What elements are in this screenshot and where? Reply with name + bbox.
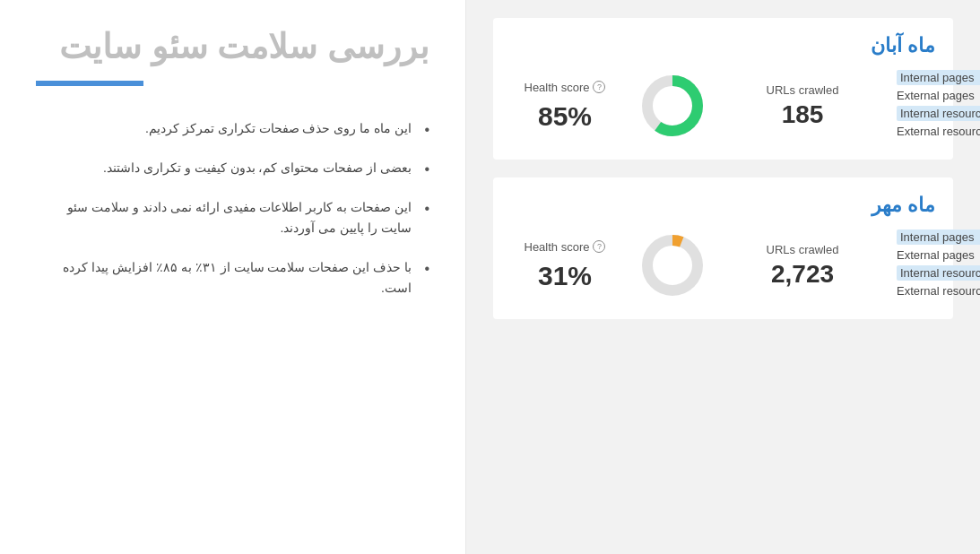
stat-row-5: Internal pages 2,241 xyxy=(897,229,980,245)
month2-card: ماه مهر Health score ? 31% URLs cra xyxy=(493,177,953,319)
svg-point-2 xyxy=(647,240,698,290)
month1-health-label: Health score ? xyxy=(525,81,606,94)
left-panel: بررسی سلامت سئو سایت این ماه ما روی حذف … xyxy=(0,0,466,554)
info-icon-2: ? xyxy=(593,240,605,253)
month1-urls-value: 185 xyxy=(782,100,824,129)
stat-label-7: Internal resources xyxy=(897,265,980,281)
bullet-list: این ماه ما روی حذف صفحات تکراری تمرکز کر… xyxy=(36,118,429,317)
month1-content: Health score ? 85% URLs crawled 185 xyxy=(511,70,935,142)
page-title: بررسی سلامت سئو سایت xyxy=(36,27,429,68)
stat-label-4: External resources xyxy=(897,125,980,138)
month2-urls-section: URLs crawled 2,723 xyxy=(762,243,843,289)
month2-urls-value: 2,723 xyxy=(771,260,834,289)
month1-title: ماه آبان xyxy=(511,34,935,57)
month1-urls-label: URLs crawled xyxy=(767,83,839,97)
stat-row-7: Internal resources 482 xyxy=(897,265,980,281)
stat-row-1: Internal pages 136 xyxy=(897,70,980,85)
month2-health-label: Health score ? xyxy=(525,240,606,254)
bullet-item-3: این صفحات به کاربر اطلاعات مفیدی ارائه ن… xyxy=(36,197,429,238)
month2-stats: Internal pages 2,241 External pages 0 In… xyxy=(897,229,980,301)
bullet-item-2: بعضی از صفحات محتوای کم، بدون کیفیت و تک… xyxy=(36,158,429,177)
stat-row-2: External pages 0 xyxy=(897,89,980,102)
stat-label-3: Internal resources xyxy=(897,106,980,121)
stat-row-8: External resources 0 xyxy=(897,284,980,298)
month1-urls-section: URLs crawled 185 xyxy=(762,83,843,129)
month2-donut xyxy=(637,229,708,301)
month2-health-section: Health score ? 31% xyxy=(511,240,619,291)
blue-bar xyxy=(36,81,143,86)
month1-health-section: Health score ? 85% xyxy=(511,81,619,132)
month1-donut xyxy=(637,70,708,142)
month1-stats: Internal pages 136 External pages 0 Inte… xyxy=(897,70,980,142)
month2-urls-label: URLs crawled xyxy=(767,243,839,256)
month2-health-value: 31% xyxy=(538,261,592,291)
month2-title: ماه مهر xyxy=(511,194,935,217)
stat-label-1: Internal pages xyxy=(897,70,980,85)
right-panel: ماه آبان Health score ? 85% URLs cr xyxy=(466,0,980,554)
month2-content: Health score ? 31% URLs crawled 2,723 xyxy=(511,229,935,301)
stat-row-3: Internal resources 49 xyxy=(897,106,980,121)
stat-row-6: External pages 0 xyxy=(897,248,980,262)
stat-label-5: Internal pages xyxy=(897,229,980,245)
stat-row-4: External resources 0 xyxy=(897,125,980,138)
stat-label-2: External pages xyxy=(897,89,980,102)
bullet-item-4: با حذف این صفحات سلامت سایت از ۳۱٪ به ۸۵… xyxy=(36,257,429,298)
month1-health-value: 85% xyxy=(538,101,592,132)
stat-label-8: External resources xyxy=(897,284,980,298)
month1-card: ماه آبان Health score ? 85% URLs cr xyxy=(493,18,953,160)
info-icon-1: ? xyxy=(593,81,605,93)
stat-label-6: External pages xyxy=(897,248,980,262)
bullet-item-1: این ماه ما روی حذف صفحات تکراری تمرکز کر… xyxy=(36,118,429,138)
